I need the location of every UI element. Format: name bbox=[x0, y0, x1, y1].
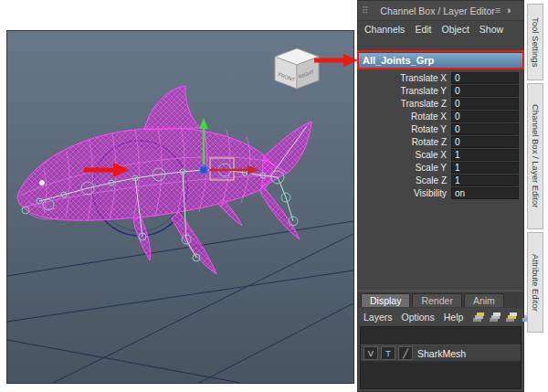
layer-editor-section: Display Render Anim Layers Options Help … bbox=[358, 291, 523, 391]
channel-value-field[interactable]: 0 bbox=[451, 85, 519, 97]
panel-header: ⠿ Channel Box / Layer Editor ≡ ◑ bbox=[358, 1, 523, 21]
menu-show[interactable]: Show bbox=[480, 24, 503, 37]
channel-label[interactable]: Rotate X bbox=[358, 111, 451, 122]
menu-help[interactable]: Help bbox=[444, 312, 464, 323]
channel-label[interactable]: Rotate Z bbox=[358, 137, 451, 147]
layer-editor-tabs: Display Render Anim bbox=[358, 291, 523, 308]
channel-attributes: Translate X 0 Translate Y 0 Translate Z … bbox=[358, 71, 523, 199]
view-cube[interactable]: FRONT RIGHT bbox=[275, 48, 319, 89]
channel-row: Rotate Z 0 bbox=[358, 135, 523, 148]
sliders-icon[interactable]: ≡ bbox=[495, 5, 501, 16]
side-tab-strip: Tool Settings Channel Box / Layer Editor… bbox=[527, 4, 547, 335]
channel-label[interactable]: Translate Z bbox=[358, 99, 451, 109]
channel-label[interactable]: Translate X bbox=[358, 73, 451, 83]
channel-row: Rotate Y 0 bbox=[358, 122, 523, 135]
channel-value-field[interactable]: 0 bbox=[451, 72, 519, 84]
manipulator-center-handle[interactable] bbox=[200, 166, 207, 174]
layer-list[interactable]: V T ╱ SharkMesh bbox=[360, 326, 522, 389]
panel-title: Channel Box / Layer Editor bbox=[380, 5, 495, 16]
layer-row[interactable]: V T ╱ SharkMesh bbox=[361, 344, 521, 362]
channel-box-menubar: Channels Edit Object Show bbox=[358, 21, 523, 37]
3d-viewport[interactable]: FRONT RIGHT bbox=[6, 30, 354, 384]
layers-toolbar-icon-1[interactable] bbox=[472, 312, 485, 323]
channel-label[interactable]: Translate Y bbox=[358, 86, 451, 96]
channel-row: Scale Z 1 bbox=[358, 174, 523, 186]
channel-row: Rotate X 0 bbox=[358, 110, 523, 122]
channel-row: Translate Z 0 bbox=[358, 97, 523, 110]
side-tab-channel-box[interactable]: Channel Box / Layer Editor bbox=[527, 83, 543, 229]
channel-label[interactable]: Rotate Y bbox=[358, 124, 451, 134]
layer-type-icon[interactable]: ╱ bbox=[398, 346, 413, 360]
channel-label[interactable]: Visibility bbox=[358, 188, 451, 198]
layers-toolbar-icon-3[interactable] bbox=[505, 312, 518, 323]
layer-visibility-toggle[interactable]: V bbox=[364, 346, 378, 360]
side-tab-tool-settings[interactable]: Tool Settings bbox=[527, 4, 543, 80]
tab-display[interactable]: Display bbox=[361, 293, 410, 307]
channel-row: Translate Y 0 bbox=[358, 84, 523, 97]
tab-anim[interactable]: Anim bbox=[464, 293, 504, 307]
channel-value-field[interactable]: 1 bbox=[451, 175, 519, 186]
menu-channels[interactable]: Channels bbox=[364, 24, 405, 37]
channel-row: Translate X 0 bbox=[358, 71, 523, 84]
channel-value-field[interactable]: 0 bbox=[451, 98, 519, 110]
menu-object[interactable]: Object bbox=[441, 24, 469, 37]
channel-value-field[interactable]: on bbox=[451, 187, 519, 199]
panel-grip-icon[interactable]: ⠿ bbox=[362, 5, 367, 16]
channel-value-field[interactable]: 0 bbox=[451, 136, 519, 148]
side-tab-attribute-editor[interactable]: Attribute Editor bbox=[527, 232, 543, 333]
shark-eye bbox=[40, 181, 45, 185]
layers-toolbar-icon-2[interactable] bbox=[489, 312, 501, 323]
channel-row: Scale X 1 bbox=[358, 148, 523, 161]
tab-render[interactable]: Render bbox=[412, 293, 461, 307]
menu-options[interactable]: Options bbox=[402, 312, 435, 323]
layer-name[interactable]: SharkMesh bbox=[417, 348, 466, 359]
channel-box-panel: ⠿ Channel Box / Layer Editor ≡ ◑ Channel… bbox=[357, 0, 524, 392]
channel-row: Scale Y 1 bbox=[358, 161, 523, 174]
channel-value-field[interactable]: 0 bbox=[451, 123, 519, 135]
channel-label[interactable]: Scale X bbox=[358, 150, 451, 160]
menu-edit[interactable]: Edit bbox=[415, 24, 431, 37]
layer-template-toggle[interactable]: T bbox=[381, 346, 395, 360]
channel-label[interactable]: Scale Y bbox=[358, 163, 451, 173]
layer-editor-menubar: Layers Options Help bbox=[358, 308, 523, 325]
channel-value-field[interactable]: 1 bbox=[451, 149, 519, 161]
channel-value-field[interactable]: 0 bbox=[451, 111, 519, 122]
half-circle-icon[interactable]: ◑ bbox=[505, 5, 511, 16]
channel-label[interactable]: Scale Z bbox=[358, 175, 451, 185]
selected-object-name[interactable]: All_Joints_Grp bbox=[359, 53, 522, 68]
menu-layers[interactable]: Layers bbox=[364, 312, 393, 323]
channel-value-field[interactable]: 1 bbox=[451, 162, 519, 174]
channel-row: Visibility on bbox=[358, 186, 523, 199]
